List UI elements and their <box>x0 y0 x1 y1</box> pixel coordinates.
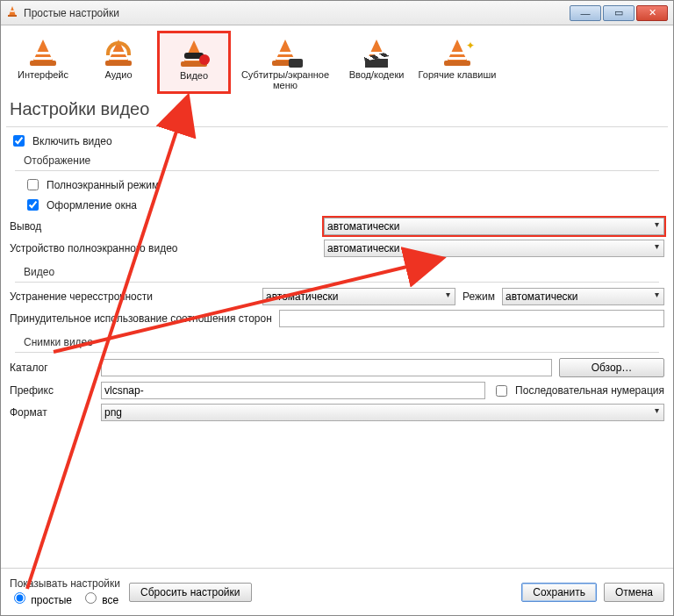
sequential-checkbox[interactable]: Последовательная нумерация <box>492 383 664 399</box>
save-button[interactable]: Сохранить <box>521 583 597 602</box>
minimize-button[interactable]: — <box>570 5 601 21</box>
snapshot-prefix-input[interactable] <box>101 382 485 399</box>
divider <box>15 352 659 353</box>
window-decoration-label: Оформление окна <box>47 199 137 211</box>
group-video-title: Видео <box>24 266 664 278</box>
close-button[interactable]: ✕ <box>636 5 668 21</box>
snapshot-dir-row: Каталог Обзор… <box>10 358 664 377</box>
radio-simple[interactable]: простые <box>10 590 72 606</box>
cone-headphones-icon <box>99 36 138 68</box>
cone-hotkey-icon: ✦ <box>438 36 477 68</box>
cone-subtitle-icon <box>266 36 305 68</box>
footer: Показывать настройки простые все Сбросит… <box>1 568 673 615</box>
fullscreen-device-row: Устройство полноэкранного видео автомати… <box>10 240 664 257</box>
category-subtitles[interactable]: Субтитры/экранное меню <box>233 31 338 94</box>
cone-clapper-icon <box>357 36 396 68</box>
window-decoration-checkbox[interactable]: Оформление окна <box>24 197 664 213</box>
cancel-button[interactable]: Отмена <box>604 583 664 602</box>
window-buttons: — ▭ ✕ <box>568 5 668 21</box>
force-aspect-label: Принудительное использование соотношения… <box>10 312 272 325</box>
svg-rect-2 <box>11 11 14 12</box>
force-aspect-input[interactable] <box>279 310 664 327</box>
show-settings-label: Показывать настройки <box>10 577 120 590</box>
snapshot-prefix-row: Префикс Последовательная нумерация <box>10 382 664 399</box>
divider <box>15 282 659 283</box>
divider <box>15 170 659 171</box>
fullscreen-device-label: Устройство полноэкранного видео <box>10 242 317 254</box>
fullscreen-device-select[interactable]: автоматически <box>324 240 664 257</box>
window-decoration-input[interactable] <box>27 199 39 211</box>
sequential-label: Последовательная нумерация <box>515 384 664 397</box>
deinterlace-row: Устранение чересстрочности автоматически… <box>10 288 664 305</box>
fullscreen-input[interactable] <box>27 179 39 190</box>
enable-video-checkbox[interactable]: Включить видео <box>10 133 664 149</box>
category-input-codecs[interactable]: Ввод/кодеки <box>340 31 413 94</box>
snapshot-format-label: Формат <box>10 406 94 419</box>
snapshot-dir-input[interactable] <box>101 359 552 376</box>
snapshot-prefix-label: Префикс <box>10 384 94 397</box>
output-label: Вывод <box>10 220 317 233</box>
svg-rect-1 <box>8 15 17 17</box>
output-row: Вывод автоматически <box>10 218 664 235</box>
snapshot-format-select[interactable]: png <box>101 404 664 421</box>
group-display-title: Отображение <box>24 154 664 167</box>
category-label: Горячие клавиши <box>417 69 498 80</box>
force-aspect-row: Принудительное использование соотношения… <box>10 310 664 327</box>
reset-button[interactable]: Сбросить настройки <box>129 583 251 602</box>
deinterlace-select[interactable]: автоматически <box>262 288 455 305</box>
deinterlace-mode-select[interactable]: автоматически <box>502 288 664 305</box>
category-hotkeys[interactable]: ✦ Горячие клавиши <box>415 31 499 94</box>
category-label: Ввод/кодеки <box>341 69 412 80</box>
settings-panel: Включить видео Отображение Полноэкранный… <box>1 133 673 421</box>
enable-video-input[interactable] <box>13 135 25 147</box>
category-label: Видео <box>160 70 228 81</box>
category-label: Аудио <box>83 69 154 80</box>
category-audio[interactable]: Аудио <box>82 31 155 94</box>
page-title: Настройки видео <box>1 96 673 126</box>
cone-glasses-icon <box>175 37 213 68</box>
window-title: Простые настройки <box>24 7 119 19</box>
category-interface[interactable]: Интерфейс <box>6 31 80 94</box>
maximize-button[interactable]: ▭ <box>603 5 635 21</box>
category-label: Субтитры/экранное меню <box>234 69 336 90</box>
titlebar: Простые настройки — ▭ ✕ <box>1 1 673 25</box>
category-toolbar: Интерфейс Аудио Видео Субтитры/экранное … <box>1 25 673 96</box>
app-icon <box>6 5 18 20</box>
snapshot-dir-label: Каталог <box>10 362 94 374</box>
deinterlace-label: Устранение чересстрочности <box>10 290 255 303</box>
category-label: Интерфейс <box>8 69 78 80</box>
deinterlace-mode-label: Режим <box>462 290 495 303</box>
fullscreen-label: Полноэкранный режим <box>47 179 159 191</box>
snapshot-format-row: Формат png <box>10 404 664 421</box>
browse-button[interactable]: Обзор… <box>559 358 664 377</box>
sequential-input[interactable] <box>496 385 507 397</box>
group-snapshots-title: Снимки видео <box>24 336 664 348</box>
radio-all[interactable]: все <box>81 590 118 606</box>
enable-video-label: Включить видео <box>32 135 112 147</box>
output-select[interactable]: автоматически <box>324 218 664 235</box>
fullscreen-checkbox[interactable]: Полноэкранный режим <box>24 176 664 193</box>
cone-icon <box>24 36 62 68</box>
category-video[interactable]: Видео <box>157 31 231 94</box>
divider <box>6 126 668 127</box>
